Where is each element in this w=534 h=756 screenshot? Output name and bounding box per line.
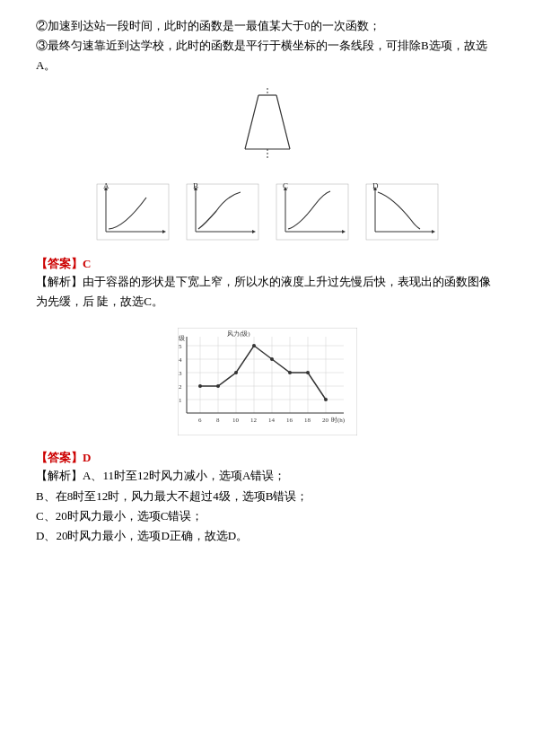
svg-point-68	[324, 398, 328, 401]
explanation-d-line-2: C、20时风力最小，选项C错误；	[36, 506, 498, 526]
graph-a: A	[92, 180, 173, 247]
svg-point-61	[198, 384, 202, 388]
explanation-c: 【解析】由于容器的形状是下宽上窄，所以水的液度上升过先慢后快，表现出的函数图像为…	[36, 272, 498, 312]
svg-point-64	[252, 344, 256, 347]
svg-text:16: 16	[286, 417, 293, 424]
intro-section: ②加速到达站一段时间，此时的函数是一最值某大于0的一次函数； ③最终匀速靠近到达…	[36, 16, 498, 75]
funnel-diagram-container	[36, 86, 498, 167]
intro-line-2: ③最终匀速靠近到达学校，此时的函数是平行于横坐标的一条线段，可排除B选项，故选A…	[36, 36, 498, 75]
svg-text:D: D	[372, 181, 379, 190]
svg-line-1	[245, 95, 258, 149]
intro-line-1: ②加速到达站一段时间，此时的函数是一最值某大于0的一次函数；	[36, 16, 498, 36]
svg-point-66	[288, 371, 292, 374]
svg-point-67	[306, 371, 310, 374]
svg-point-65	[270, 357, 274, 361]
svg-text:B: B	[193, 181, 198, 190]
answer-d-section: 【答案】D 【解析】A、11时至12时风力减小，选项A错误； B、在8时至12时…	[36, 450, 498, 545]
svg-text:8: 8	[216, 417, 220, 424]
svg-text:1: 1	[179, 397, 182, 404]
answer-c-tag: 【答案】C	[36, 256, 498, 272]
svg-text:3: 3	[179, 370, 182, 377]
svg-line-2	[276, 95, 290, 149]
answer-d-tag: 【答案】D	[36, 450, 498, 466]
svg-text:级: 级	[179, 335, 185, 342]
svg-text:18: 18	[304, 417, 311, 424]
svg-point-63	[234, 371, 238, 374]
svg-text:4: 4	[179, 356, 182, 364]
explanation-d-line-1: B、在8时至12时，风力最大不超过4级，选项B错误；	[36, 487, 498, 506]
svg-text:A: A	[103, 181, 109, 190]
svg-text:14: 14	[268, 417, 276, 424]
graph-d: D	[362, 180, 442, 247]
explanation-d: 【解析】A、11时至12时风力减小，选项A错误； B、在8时至12时，风力最大不…	[36, 466, 498, 545]
svg-text:时(h): 时(h)	[331, 417, 346, 424]
svg-text:10: 10	[232, 417, 240, 424]
svg-text:20: 20	[322, 417, 329, 424]
wind-chart-container: 6 8 10 12 14 16 18 20 时(h) 1 2 3 4 5 级 风…	[36, 328, 498, 435]
svg-text:5: 5	[179, 343, 182, 350]
explanation-d-line-0: 【解析】A、11时至12时风力减小，选项A错误；	[36, 466, 498, 486]
svg-text:12: 12	[250, 417, 258, 424]
answer-c-section: 【答案】C 【解析】由于容器的形状是下宽上窄，所以水的液度上升过先慢后快，表现出…	[36, 256, 498, 312]
svg-rect-30	[178, 328, 357, 435]
svg-text:2: 2	[179, 383, 182, 391]
svg-text:C: C	[283, 181, 288, 190]
graph-b: B	[182, 180, 263, 247]
graphs-row: A B C D	[36, 180, 498, 247]
funnel-svg	[232, 86, 303, 167]
wind-chart-svg: 6 8 10 12 14 16 18 20 时(h) 1 2 3 4 5 级 风…	[178, 328, 357, 435]
graph-c: C	[272, 180, 353, 247]
svg-text:风力(级): 风力(级)	[227, 330, 250, 338]
svg-point-62	[216, 384, 220, 388]
explanation-d-line-3: D、20时风力最小，选项D正确，故选D。	[36, 526, 498, 546]
svg-text:6: 6	[198, 417, 202, 424]
